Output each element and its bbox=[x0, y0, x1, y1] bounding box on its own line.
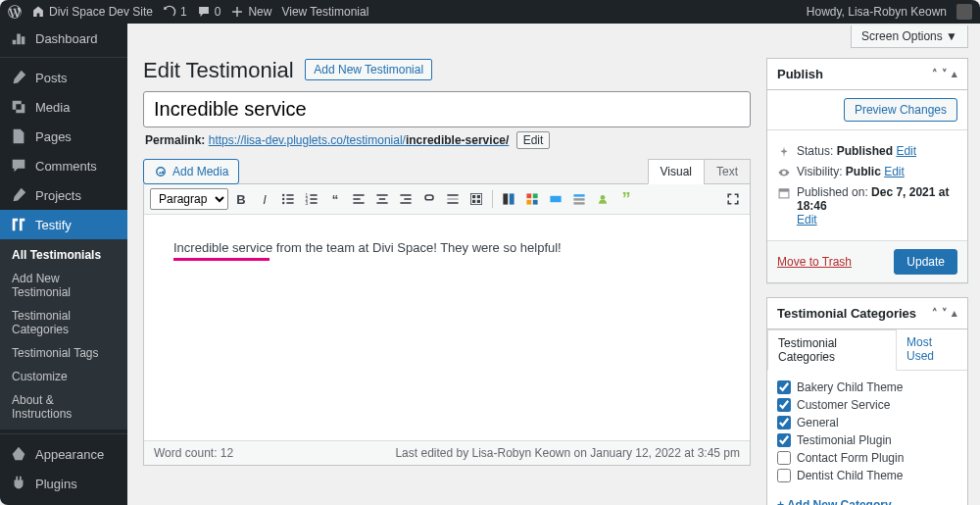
body-text: Incredible service from the team at Divi… bbox=[173, 240, 562, 255]
menu-posts[interactable]: Posts bbox=[0, 63, 127, 92]
submenu-about[interactable]: About & Instructions bbox=[0, 388, 127, 426]
preview-button[interactable]: Preview Changes bbox=[844, 98, 957, 122]
category-item[interactable]: Contact Form Plugin bbox=[777, 449, 957, 467]
category-checkbox[interactable] bbox=[777, 380, 791, 394]
category-checkbox[interactable] bbox=[777, 398, 791, 412]
page-heading: Edit Testimonial bbox=[143, 58, 294, 83]
category-checkbox[interactable] bbox=[777, 469, 791, 482]
avatar[interactable] bbox=[956, 4, 972, 20]
title-input[interactable] bbox=[143, 91, 751, 127]
add-media-button[interactable]: Add Media bbox=[143, 159, 239, 184]
admin-bar: Divi Space Dev Site 1 0 New View Testimo… bbox=[0, 0, 980, 24]
edit-date-link[interactable]: Edit bbox=[797, 213, 817, 227]
box-toggle-icon[interactable]: ▴ bbox=[952, 307, 957, 320]
menu-media[interactable]: Media bbox=[0, 92, 127, 122]
move-to-trash-link[interactable]: Move to Trash bbox=[777, 255, 852, 269]
box-down-icon[interactable]: ˅ bbox=[942, 68, 948, 80]
editor-canvas[interactable]: Incredible service from the team at Divi… bbox=[144, 215, 750, 440]
cat-tab-most-used[interactable]: Most Used bbox=[897, 329, 967, 370]
visibility-row: Visibility: Public Edit bbox=[777, 165, 957, 179]
category-list: Bakery Child ThemeCustomer ServiceGenera… bbox=[777, 379, 957, 484]
editor: Paragraph B I 123 “ bbox=[143, 183, 751, 466]
menu-comments[interactable]: Comments bbox=[0, 151, 127, 180]
svg-rect-5 bbox=[286, 198, 293, 200]
divi-icon-3[interactable] bbox=[545, 188, 566, 210]
submenu-add[interactable]: Add New Testimonial bbox=[0, 267, 127, 304]
submenu-testify: All Testimonials Add New Testimonial Tes… bbox=[0, 239, 127, 429]
svg-rect-28 bbox=[477, 195, 480, 198]
wp-logo[interactable] bbox=[8, 5, 22, 19]
box-up-icon[interactable]: ˄ bbox=[932, 307, 938, 320]
menu-projects[interactable]: Projects bbox=[0, 180, 127, 210]
box-up-icon[interactable]: ˄ bbox=[932, 68, 938, 80]
align-center-button[interactable] bbox=[371, 188, 393, 210]
link-button[interactable] bbox=[418, 188, 440, 210]
svg-rect-13 bbox=[310, 202, 317, 204]
divi-icon-2[interactable] bbox=[521, 188, 543, 210]
more-button[interactable] bbox=[442, 188, 464, 210]
permalink-link[interactable]: https://lisa-dev.pluglets.co/testimonial… bbox=[209, 133, 510, 147]
eye-icon bbox=[777, 166, 791, 179]
editor-tabs: Visual Text bbox=[648, 159, 751, 184]
bold-button[interactable]: B bbox=[230, 188, 252, 210]
site-name-link[interactable]: Divi Space Dev Site bbox=[31, 5, 153, 19]
divi-icon-4[interactable] bbox=[568, 188, 590, 210]
updates-link[interactable]: 1 bbox=[163, 5, 187, 19]
svg-rect-33 bbox=[526, 193, 531, 198]
category-item[interactable]: Customer Service bbox=[777, 396, 957, 414]
tab-visual[interactable]: Visual bbox=[648, 159, 704, 184]
submenu-customize[interactable]: Customize bbox=[0, 365, 127, 388]
menu-pages[interactable]: Pages bbox=[0, 122, 127, 151]
box-down-icon[interactable]: ˅ bbox=[942, 307, 948, 320]
howdy-link[interactable]: Howdy, Lisa-Robyn Keown bbox=[807, 5, 947, 19]
submenu-cats[interactable]: Testimonial Categories bbox=[0, 304, 127, 341]
fullscreen-button[interactable] bbox=[722, 188, 744, 210]
category-item[interactable]: Bakery Child Theme bbox=[777, 379, 957, 396]
cat-tab-all[interactable]: Testimonial Categories bbox=[767, 329, 897, 371]
divi-quote-icon[interactable]: ” bbox=[615, 188, 637, 210]
submenu-all[interactable]: All Testimonials bbox=[0, 243, 127, 267]
update-button[interactable]: Update bbox=[894, 249, 957, 275]
add-new-button[interactable]: Add New Testimonial bbox=[305, 59, 432, 80]
edit-visibility-link[interactable]: Edit bbox=[884, 165, 905, 178]
category-item[interactable]: General bbox=[777, 414, 957, 431]
align-left-button[interactable] bbox=[348, 188, 369, 210]
svg-rect-21 bbox=[404, 198, 411, 200]
category-checkbox[interactable] bbox=[777, 451, 791, 465]
menu-appearance[interactable]: Appearance bbox=[0, 439, 127, 469]
category-item[interactable]: Dentist Child Theme bbox=[777, 467, 957, 484]
menu-plugins[interactable]: Plugins bbox=[0, 469, 127, 498]
menu-users[interactable]: Users bbox=[0, 498, 127, 505]
svg-rect-40 bbox=[573, 202, 584, 204]
submenu-tags[interactable]: Testimonial Tags bbox=[0, 341, 127, 365]
italic-button[interactable]: I bbox=[254, 188, 275, 210]
category-checkbox[interactable] bbox=[777, 416, 791, 429]
edit-status-link[interactable]: Edit bbox=[896, 144, 916, 158]
divi-icon-5[interactable] bbox=[592, 188, 613, 210]
add-category-link[interactable]: + Add New Category bbox=[777, 498, 892, 505]
category-checkbox[interactable] bbox=[777, 433, 791, 447]
comments-link[interactable]: 0 bbox=[197, 5, 221, 19]
svg-rect-9 bbox=[310, 194, 317, 196]
divi-icon-1[interactable] bbox=[498, 188, 519, 210]
svg-rect-32 bbox=[510, 193, 514, 204]
category-item[interactable]: Testimonial Plugin bbox=[777, 431, 957, 449]
category-label: Dentist Child Theme bbox=[797, 469, 904, 482]
svg-rect-19 bbox=[376, 202, 387, 204]
screen-options-button[interactable]: Screen Options ▼ bbox=[851, 25, 968, 48]
new-link[interactable]: New bbox=[230, 5, 271, 19]
menu-dashboard[interactable]: Dashboard bbox=[0, 24, 127, 53]
permalink-edit-button[interactable]: Edit bbox=[516, 131, 551, 149]
ol-button[interactable]: 123 bbox=[301, 188, 322, 210]
editor-toolbar: Paragraph B I 123 “ bbox=[144, 184, 750, 215]
quote-button[interactable]: “ bbox=[324, 188, 346, 210]
ul-button[interactable] bbox=[277, 188, 299, 210]
toolbar-toggle-button[interactable] bbox=[466, 188, 487, 210]
align-right-button[interactable] bbox=[395, 188, 416, 210]
menu-testify[interactable]: Testify bbox=[0, 210, 127, 239]
tab-text[interactable]: Text bbox=[704, 159, 751, 184]
view-link[interactable]: View Testimonial bbox=[281, 5, 368, 19]
format-select[interactable]: Paragraph bbox=[150, 188, 228, 210]
svg-rect-15 bbox=[353, 198, 360, 200]
box-toggle-icon[interactable]: ▴ bbox=[952, 68, 957, 80]
